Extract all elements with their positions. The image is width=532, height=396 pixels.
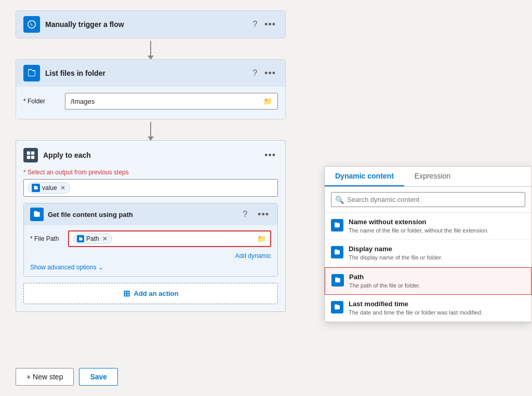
path-tag-text: Path [86, 235, 99, 242]
dynamic-panel-tabs: Dynamic content Expression [325, 167, 531, 187]
dynamic-item-content: Last modified time The date and time the… [349, 300, 525, 316]
svg-rect-1 [31, 152, 34, 155]
dynamic-items-list: Name without extension The name of the f… [325, 213, 531, 322]
folder-label: * Folder [23, 98, 60, 105]
list-files-icon [23, 65, 40, 81]
get-file-content-header: Get file content using path ? ••• [24, 203, 277, 225]
dynamic-item-content: Name without extension The name of the f… [349, 218, 525, 234]
file-path-label: * File Path [30, 235, 64, 242]
apply-each-container: Apply to each ••• * Select an output fro… [16, 140, 286, 312]
apply-each-header: Apply to each ••• [23, 148, 278, 162]
show-advanced-btn[interactable]: Show advanced options ⌄ [30, 264, 271, 271]
get-file-content-help-icon[interactable]: ? [243, 210, 247, 219]
search-icon: 🔍 [335, 196, 344, 204]
trigger-more-btn[interactable]: ••• [262, 18, 278, 31]
folder-browse-icon[interactable]: 📁 [263, 97, 272, 105]
get-file-content-card: Get file content using path ? ••• * File… [23, 203, 278, 277]
path-tag-close-icon[interactable]: ✕ [102, 235, 108, 242]
new-step-button[interactable]: + New step [16, 368, 74, 386]
tab-expression[interactable]: Expression [404, 167, 461, 186]
svg-rect-2 [27, 156, 30, 159]
dynamic-item-icon [331, 219, 343, 231]
trigger-dots-icon: ••• [264, 19, 276, 30]
new-step-label: + New step [26, 373, 63, 381]
file-path-browse-icon[interactable]: 📁 [257, 235, 266, 243]
save-button[interactable]: Save [79, 368, 118, 386]
dynamic-item[interactable]: Display name The display name of the fil… [325, 240, 531, 267]
list-files-dots-icon: ••• [264, 68, 276, 78]
apply-each-title: Apply to each [43, 151, 257, 159]
list-files-more-btn[interactable]: ••• [262, 67, 278, 80]
dynamic-content-panel: Dynamic content Expression 🔍 Name withou… [324, 166, 532, 322]
svg-rect-0 [27, 152, 30, 155]
dynamic-item-desc: The name of the file or folder, without … [349, 227, 525, 234]
arrow-1 [16, 38, 286, 59]
dynamic-item-desc: The path of the file or folder. [349, 282, 525, 289]
trigger-card: Manually trigger a flow ? ••• [16, 10, 286, 38]
value-tag: value ✕ [28, 182, 70, 194]
trigger-card-header: Manually trigger a flow ? ••• [16, 11, 285, 38]
folder-value: /Images [71, 98, 95, 105]
add-action-button[interactable]: ⊞ Add an action [23, 283, 278, 304]
dynamic-item-name: Display name [349, 245, 525, 253]
dynamic-item-name: Last modified time [349, 300, 525, 308]
get-file-content-dots-icon: ••• [258, 209, 269, 220]
path-tag: Path ✕ [73, 234, 112, 244]
path-tag-icon [77, 235, 84, 242]
get-file-content-title: Get file content using path [48, 211, 238, 219]
dynamic-item-content: Path The path of the file or folder. [349, 273, 525, 289]
select-output-label: * Select an output from previous steps [23, 169, 278, 176]
file-path-input[interactable]: Path ✕ 📁 [68, 230, 271, 247]
show-advanced-text: Show advanced options [30, 264, 96, 271]
dynamic-item-icon [331, 246, 343, 258]
dynamic-search-input[interactable] [331, 192, 525, 207]
list-files-body: * Folder /Images 📁 [16, 87, 285, 119]
search-wrapper: 🔍 [331, 192, 525, 207]
trigger-help-icon[interactable]: ? [252, 20, 257, 29]
arrow-line-1 [150, 41, 151, 57]
get-file-content-body: * File Path Path ✕ 📁 Add dynamic [24, 225, 277, 276]
bottom-actions: + New step Save [16, 368, 118, 386]
value-tag-text: value [42, 184, 57, 192]
apply-each-icon [23, 148, 38, 162]
list-files-actions: ? ••• [252, 67, 278, 80]
svg-rect-3 [31, 156, 34, 159]
dynamic-item[interactable]: Last modified time The date and time the… [325, 295, 531, 322]
arrow-line-2 [150, 122, 151, 138]
folder-input[interactable]: /Images 📁 [65, 93, 278, 110]
apply-each-dots-icon: ••• [264, 150, 276, 160]
dynamic-item-desc: The display name of the file or folder. [349, 254, 525, 261]
tab-dynamic-content[interactable]: Dynamic content [325, 167, 404, 186]
chevron-down-icon: ⌄ [98, 264, 103, 271]
dynamic-item[interactable]: Name without extension The name of the f… [325, 213, 531, 240]
list-files-header: List files in folder ? ••• [16, 60, 285, 87]
trigger-actions: ? ••• [252, 18, 278, 31]
dynamic-item-path[interactable]: Path The path of the file or folder. [325, 267, 531, 295]
get-file-content-icon [30, 208, 44, 221]
dynamic-item-name: Name without extension [349, 218, 525, 226]
value-tag-field[interactable]: value ✕ [23, 179, 278, 197]
trigger-icon [23, 16, 40, 33]
file-path-row: * File Path Path ✕ 📁 [30, 230, 271, 247]
trigger-title: Manually trigger a flow [45, 20, 247, 29]
value-tag-icon [32, 184, 40, 192]
arrow-2 [16, 119, 286, 140]
add-action-label: Add an action [134, 290, 179, 297]
save-label: Save [90, 373, 107, 381]
dynamic-item-name: Path [349, 273, 525, 281]
dynamic-item-desc: The date and time the file or folder was… [349, 309, 525, 316]
value-tag-close-icon[interactable]: ✕ [60, 184, 65, 192]
list-files-title: List files in folder [45, 69, 247, 77]
dynamic-search-area: 🔍 [325, 187, 531, 213]
list-files-card: List files in folder ? ••• * Folder /Ima… [16, 59, 286, 119]
dynamic-item-icon [331, 301, 343, 313]
apply-each-more-btn[interactable]: ••• [262, 149, 278, 162]
list-files-help-icon[interactable]: ? [252, 69, 257, 78]
dynamic-item-icon [331, 274, 344, 286]
add-dynamic-link[interactable]: Add dynamic [30, 251, 271, 261]
get-file-content-more-btn[interactable]: ••• [256, 208, 271, 221]
dynamic-item-content: Display name The display name of the fil… [349, 245, 525, 261]
add-action-icon: ⊞ [123, 289, 130, 298]
folder-field-row: * Folder /Images 📁 [23, 93, 278, 110]
